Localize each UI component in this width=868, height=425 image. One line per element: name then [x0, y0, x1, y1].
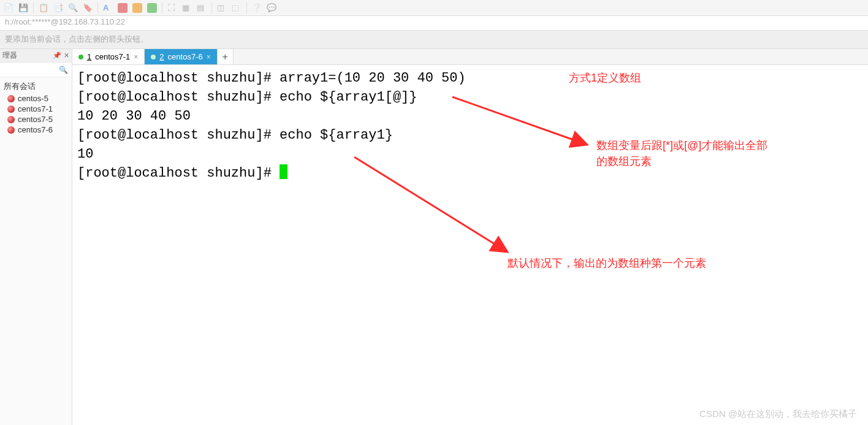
- fullscreen-icon[interactable]: ⛶: [167, 3, 177, 13]
- close-icon[interactable]: ×: [134, 53, 138, 61]
- main-toolbar: 📄 💾 📋 📑 🔍 🔖 A ⛶ ▦ ▤ ◫ ⬚ ❔ 💬: [0, 0, 868, 16]
- tab-bar: 1 centos7-1 × 2 centos7-6 × +: [72, 49, 868, 65]
- toolbar-icon[interactable]: 💾: [18, 3, 28, 13]
- close-icon[interactable]: ✕: [64, 52, 69, 59]
- grid-icon[interactable]: ▦: [182, 3, 192, 13]
- tab-centos7-1[interactable]: 1 centos7-1 ×: [72, 49, 145, 64]
- hint-bar: 要添加当前会话，点击左侧的箭头按钮。: [0, 31, 868, 49]
- session-item[interactable]: centos7-1: [2, 104, 69, 114]
- status-dot-icon: [78, 55, 83, 59]
- chat-icon[interactable]: 💬: [267, 3, 276, 13]
- toolbar-icon[interactable]: 📑: [53, 3, 63, 13]
- session-item[interactable]: centos-5: [2, 93, 69, 104]
- session-sidebar: 理器 📌 ✕ 🔍 所有会话 centos-5 centos7-1 centos7…: [0, 49, 72, 425]
- pin-icon[interactable]: 📌: [53, 52, 61, 59]
- close-icon[interactable]: ×: [207, 53, 211, 61]
- session-icon: [7, 95, 15, 102]
- help-icon[interactable]: ❔: [252, 3, 262, 13]
- tree-root[interactable]: 所有会话: [2, 80, 69, 93]
- bookmark-icon[interactable]: 🔖: [83, 3, 93, 13]
- session-tree: 所有会话 centos-5 centos7-1 centos7-5 centos…: [0, 77, 72, 137]
- layout-icon[interactable]: ⬚: [232, 3, 242, 13]
- search-icon: 🔍: [59, 66, 68, 74]
- session-item[interactable]: centos7-5: [2, 114, 69, 124]
- session-icon: [7, 116, 15, 123]
- tab-centos7-6[interactable]: 2 centos7-6 ×: [145, 49, 217, 64]
- table-icon[interactable]: ▤: [197, 3, 207, 13]
- search-icon[interactable]: 🔍: [68, 3, 78, 13]
- color-icon[interactable]: [147, 3, 157, 13]
- address-bar[interactable]: h://root:******@192.168.73.110:22: [0, 16, 868, 31]
- sidebar-search[interactable]: 🔍: [0, 63, 72, 77]
- sidebar-title: 理器: [2, 50, 17, 61]
- sidebar-header: 理器 📌 ✕: [0, 49, 72, 63]
- font-icon[interactable]: A: [103, 3, 113, 13]
- terminal-output[interactable]: [root@localhost shuzhu]# array1=(10 20 3…: [72, 65, 868, 186]
- layout-icon[interactable]: ◫: [217, 3, 227, 13]
- toolbar-icon[interactable]: 📄: [4, 3, 13, 13]
- color-icon[interactable]: [132, 3, 142, 13]
- new-tab-button[interactable]: +: [218, 49, 234, 64]
- annotation-3: 默认情况下，输出的为数组种第一个元素: [508, 255, 706, 271]
- session-icon: [7, 105, 15, 113]
- color-icon[interactable]: [118, 3, 128, 13]
- terminal-cursor: [280, 164, 287, 179]
- watermark: CSDN @站在这别动，我去给你买橘子: [699, 408, 857, 420]
- session-item[interactable]: centos7-6: [2, 124, 69, 135]
- session-icon: [7, 126, 15, 134]
- toolbar-icon[interactable]: 📋: [39, 3, 48, 13]
- status-dot-icon: [151, 55, 156, 59]
